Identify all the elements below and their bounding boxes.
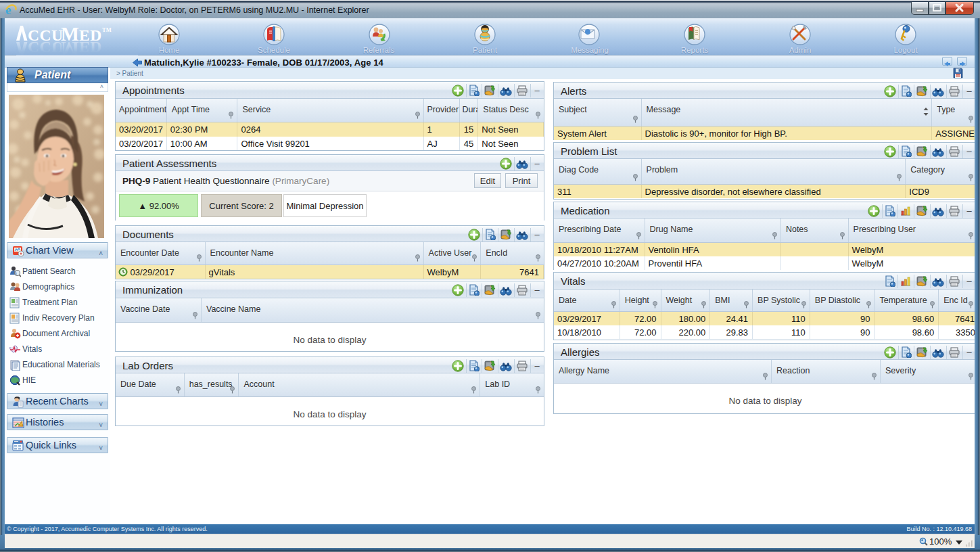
svg-text:TM: TM (102, 26, 112, 33)
